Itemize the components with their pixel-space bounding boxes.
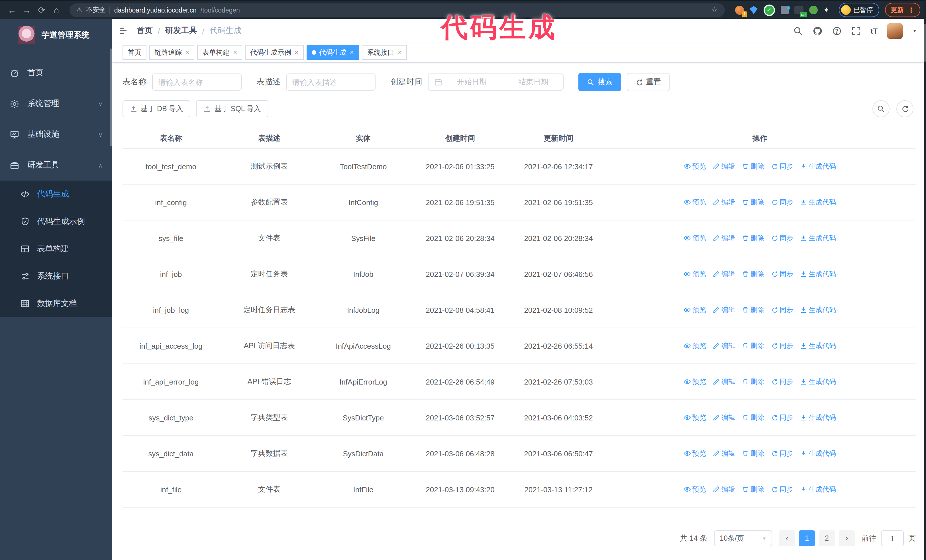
delete-link[interactable]: 删除 [742, 448, 764, 458]
sync-link[interactable]: 同步 [771, 233, 793, 243]
sidebar-item-system-api[interactable]: 系统接口 [0, 263, 112, 290]
preview-link[interactable]: 预览 [684, 413, 706, 423]
preview-link[interactable]: 预览 [684, 305, 706, 315]
preview-link[interactable]: 预览 [684, 269, 706, 279]
tab-close-icon[interactable]: × [295, 48, 299, 56]
preview-link[interactable]: 预览 [684, 377, 706, 386]
next-page-button[interactable]: › [839, 530, 855, 546]
extension-switch-icon[interactable]: on [794, 6, 803, 14]
toggle-search-button[interactable] [872, 100, 890, 117]
delete-link[interactable]: 删除 [742, 305, 764, 315]
extension-orange-icon[interactable]: 1 [735, 5, 744, 15]
extensions-puzzle-icon[interactable]: ✦ [823, 6, 829, 14]
window-scrollbar-thumb[interactable] [924, 24, 926, 62]
sync-link[interactable]: 同步 [771, 485, 793, 494]
delete-link[interactable]: 删除 [742, 485, 764, 494]
generate-code-link[interactable]: 生成代码 [800, 305, 836, 315]
delete-link[interactable]: 删除 [742, 233, 764, 243]
help-icon[interactable] [832, 26, 842, 36]
import-sql-button[interactable]: 基于 SQL 导入 [196, 100, 268, 117]
sidebar-item-database-docs[interactable]: 数据库文档 [0, 290, 112, 317]
preview-link[interactable]: 预览 [684, 485, 706, 494]
delete-link[interactable]: 删除 [742, 269, 764, 279]
sync-link[interactable]: 同步 [771, 341, 793, 351]
search-button[interactable]: 搜索 [578, 73, 621, 91]
delete-link[interactable]: 删除 [742, 198, 764, 207]
edit-link[interactable]: 编辑 [713, 233, 735, 243]
sidebar-item-system-management[interactable]: 系统管理 ∨ [0, 88, 112, 119]
profile-paused-badge[interactable]: 已暂停 [838, 3, 879, 17]
sync-link[interactable]: 同步 [771, 305, 793, 315]
browser-update-button[interactable]: 更新 ⋮ [885, 3, 920, 17]
edit-link[interactable]: 编辑 [713, 162, 735, 171]
breadcrumb-dev-tools[interactable]: 研发工具 [165, 26, 197, 36]
sidebar-item-form-builder[interactable]: 表单构建 [0, 235, 112, 263]
edit-link[interactable]: 编辑 [713, 377, 735, 386]
tab-close-icon[interactable]: × [185, 48, 189, 56]
preview-link[interactable]: 预览 [684, 198, 706, 207]
sync-link[interactable]: 同步 [771, 162, 793, 171]
tab[interactable]: 系统接口 × [362, 45, 407, 60]
edit-link[interactable]: 编辑 [713, 413, 735, 423]
sidebar-item-code-generation[interactable]: 代码生成 [0, 181, 112, 208]
delete-link[interactable]: 删除 [742, 341, 764, 351]
page-number-button[interactable]: 1 [799, 530, 815, 546]
table-desc-input[interactable] [286, 74, 375, 91]
sync-link[interactable]: 同步 [771, 377, 793, 386]
tab[interactable]: 表单构建 × [197, 45, 242, 60]
fullscreen-icon[interactable] [851, 26, 861, 36]
generate-code-link[interactable]: 生成代码 [800, 198, 836, 207]
reload-icon[interactable]: ⟳ [35, 5, 48, 15]
bookmark-star-icon[interactable]: ☆ [711, 6, 718, 14]
preview-link[interactable]: 预览 [684, 341, 706, 351]
reset-button[interactable]: 重置 [627, 73, 670, 91]
tab-close-icon[interactable]: × [398, 48, 402, 56]
preview-link[interactable]: 预览 [684, 162, 706, 171]
home-icon[interactable]: ⌂ [50, 5, 63, 15]
edit-link[interactable]: 编辑 [713, 269, 735, 279]
delete-link[interactable]: 删除 [742, 377, 764, 386]
prev-page-button[interactable]: ‹ [779, 530, 795, 546]
sync-link[interactable]: 同步 [771, 448, 793, 458]
extension-gem-icon[interactable] [750, 6, 758, 14]
tab-close-icon[interactable]: × [350, 48, 354, 56]
delete-link[interactable]: 删除 [742, 162, 764, 171]
tab[interactable]: 首页 [123, 45, 147, 60]
edit-link[interactable]: 编辑 [713, 341, 735, 351]
address-bar[interactable]: ⚠ 不安全 dashboard.yudao.iocoder.cn/tool/co… [70, 3, 725, 17]
sidebar-scrollbar-thumb[interactable] [110, 48, 112, 146]
edit-link[interactable]: 编辑 [713, 198, 735, 207]
generate-code-link[interactable]: 生成代码 [800, 413, 836, 423]
generate-code-link[interactable]: 生成代码 [800, 485, 836, 494]
edit-link[interactable]: 编辑 [713, 485, 735, 494]
table-name-input[interactable] [152, 74, 242, 91]
tab[interactable]: 代码生成 × [307, 45, 359, 60]
page-number-button[interactable]: 2 [819, 530, 835, 546]
sidebar-item-dev-tools[interactable]: 研发工具 ∧ [0, 150, 112, 181]
edit-link[interactable]: 编辑 [713, 448, 735, 458]
refresh-table-button[interactable] [896, 100, 914, 117]
preview-link[interactable]: 预览 [684, 233, 706, 243]
date-range-picker[interactable]: 开始日期 - 结束日期 [428, 74, 564, 91]
generate-code-link[interactable]: 生成代码 [800, 341, 836, 351]
back-icon[interactable]: ← [6, 5, 18, 15]
sidebar-logo-row[interactable]: 芋道管理系统 [0, 19, 112, 50]
sync-link[interactable]: 同步 [771, 413, 793, 423]
generate-code-link[interactable]: 生成代码 [800, 162, 836, 171]
sync-link[interactable]: 同步 [771, 269, 793, 279]
window-scrollbar-track[interactable] [924, 0, 926, 560]
forward-icon[interactable]: → [21, 5, 33, 15]
sync-link[interactable]: 同步 [771, 198, 793, 207]
extension-green-icon[interactable] [809, 6, 817, 14]
font-size-icon[interactable]: tT [871, 27, 878, 35]
generate-code-link[interactable]: 生成代码 [800, 448, 836, 458]
avatar-caret-down-icon[interactable]: ▼ [912, 28, 917, 33]
goto-page-input[interactable] [881, 530, 904, 546]
tab[interactable]: 代码生成示例 × [245, 45, 304, 60]
import-db-button[interactable]: 基于 DB 导入 [123, 100, 191, 117]
sidebar-collapse-icon[interactable] [118, 26, 128, 36]
generate-code-link[interactable]: 生成代码 [800, 269, 836, 279]
sidebar-item-infrastructure[interactable]: 基础设施 ∨ [0, 119, 112, 150]
generate-code-link[interactable]: 生成代码 [800, 233, 836, 243]
tab-close-icon[interactable]: × [233, 48, 237, 56]
